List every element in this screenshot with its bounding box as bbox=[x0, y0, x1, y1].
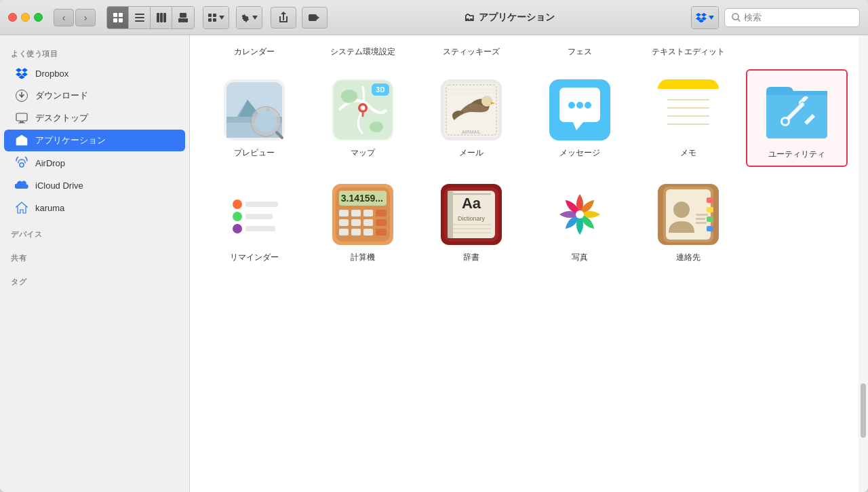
preview-icon bbox=[222, 77, 287, 143]
svg-rect-84 bbox=[339, 229, 349, 235]
svg-rect-4 bbox=[135, 14, 144, 15]
sidebar-item-downloads[interactable]: ダウンロード bbox=[4, 85, 185, 107]
search-icon bbox=[732, 13, 741, 22]
partial-item-calendar[interactable]: カレンダー bbox=[203, 46, 305, 67]
svg-rect-86 bbox=[363, 229, 373, 235]
svg-rect-23 bbox=[20, 121, 24, 123]
svg-rect-6 bbox=[135, 20, 144, 22]
svg-point-34 bbox=[255, 111, 277, 132]
column-view-button[interactable] bbox=[151, 7, 172, 29]
reminders-icon bbox=[222, 182, 287, 247]
traffic-lights bbox=[8, 13, 43, 22]
sidebar-item-desktop[interactable]: デスクトップ bbox=[4, 107, 185, 129]
partial-item-syspreferences[interactable]: システム環境設定 bbox=[312, 46, 414, 67]
svg-text:Dictionary: Dictionary bbox=[458, 215, 486, 222]
svg-rect-13 bbox=[185, 18, 188, 22]
file-item-contacts[interactable]: 連絡先 bbox=[637, 174, 739, 269]
window-title-area: 🗂 アプリケーション bbox=[333, 12, 686, 24]
group-by-button[interactable] bbox=[203, 7, 229, 29]
photos-icon bbox=[547, 182, 612, 247]
calculator-label: 計算機 bbox=[351, 252, 375, 263]
svg-rect-9 bbox=[163, 13, 166, 22]
favorites-header: よく使う項目 bbox=[0, 43, 189, 62]
svg-rect-103 bbox=[707, 197, 713, 203]
back-button[interactable]: ‹ bbox=[54, 9, 74, 26]
tag-button[interactable] bbox=[302, 7, 328, 29]
svg-rect-25 bbox=[20, 141, 24, 145]
icloud-label: iCloud Drive bbox=[35, 181, 83, 191]
svg-point-70 bbox=[233, 224, 242, 233]
utility-folder-icon bbox=[764, 79, 829, 144]
messages-icon bbox=[547, 77, 612, 143]
svg-rect-7 bbox=[157, 13, 159, 22]
svg-rect-3 bbox=[119, 18, 123, 22]
svg-rect-109 bbox=[696, 218, 705, 220]
karuma-label: karuma bbox=[35, 203, 64, 213]
maps-label: マップ bbox=[351, 148, 375, 159]
file-item-dictionary[interactable]: Aa Dictionary 辞書 bbox=[420, 174, 522, 269]
partial-item-fes[interactable]: フェス bbox=[529, 46, 631, 67]
file-item-utility[interactable]: ユーティリティ bbox=[746, 69, 848, 167]
sidebar: よく使う項目 Dropbox ダウンロード bbox=[0, 35, 190, 492]
svg-text:Aa: Aa bbox=[462, 195, 481, 212]
sidebar-item-applications[interactable]: アプリケーション bbox=[4, 130, 185, 151]
airdrop-icon bbox=[15, 156, 28, 170]
svg-rect-10 bbox=[180, 13, 186, 18]
forward-button[interactable]: › bbox=[75, 9, 96, 26]
file-item-photos[interactable]: 写真 bbox=[529, 174, 631, 269]
svg-point-52 bbox=[585, 102, 591, 109]
file-item-calculator[interactable]: 3.14159... bbox=[312, 174, 414, 269]
partial-item-stickies[interactable]: スティッキーズ bbox=[420, 46, 522, 67]
maximize-button[interactable] bbox=[34, 13, 43, 22]
file-item-preview[interactable]: プレビュー bbox=[203, 69, 305, 167]
sidebar-item-karuma[interactable]: karuma bbox=[4, 197, 185, 219]
icon-view-button[interactable] bbox=[107, 7, 129, 29]
photos-label: 写真 bbox=[572, 252, 588, 263]
svg-rect-67 bbox=[245, 202, 278, 207]
settings-button[interactable] bbox=[237, 7, 262, 29]
svg-text:3.14159...: 3.14159... bbox=[341, 193, 383, 204]
svg-rect-80 bbox=[339, 219, 349, 226]
file-item-mail[interactable]: AIRMAIL メール bbox=[420, 69, 522, 167]
partial-item-texteditor[interactable]: テキストエディット bbox=[637, 46, 739, 67]
dictionary-label: 辞書 bbox=[463, 252, 479, 263]
svg-rect-105 bbox=[707, 216, 713, 222]
file-area: カレンダー システム環境設定 スティッキーズ フェス テキストエディット bbox=[190, 35, 868, 492]
dropbox-label: Dropbox bbox=[35, 69, 68, 79]
contacts-icon bbox=[656, 182, 721, 247]
svg-point-68 bbox=[233, 212, 242, 221]
file-item-maps[interactable]: 3D マップ bbox=[312, 69, 414, 167]
list-view-button[interactable] bbox=[129, 7, 151, 29]
search-box[interactable]: 検索 bbox=[724, 8, 860, 27]
sidebar-item-airdrop[interactable]: AirDrop bbox=[4, 152, 185, 174]
dropbox-toolbar-button[interactable] bbox=[692, 7, 718, 29]
scrollbar-track[interactable] bbox=[859, 35, 868, 492]
file-item-messages[interactable]: メッセージ bbox=[529, 69, 631, 167]
file-item-reminders[interactable]: リマインダー bbox=[203, 174, 305, 269]
partial-row: カレンダー システム環境設定 スティッキーズ フェス テキストエディット bbox=[203, 46, 854, 67]
sidebar-item-dropbox[interactable]: Dropbox bbox=[4, 62, 185, 84]
dropbox-icon bbox=[15, 67, 28, 80]
nav-buttons: ‹ › bbox=[54, 9, 96, 26]
minimize-button[interactable] bbox=[21, 13, 30, 22]
svg-rect-11 bbox=[178, 18, 182, 22]
sidebar-item-icloud[interactable]: iCloud Drive bbox=[4, 174, 185, 196]
svg-point-26 bbox=[20, 163, 24, 167]
svg-rect-79 bbox=[376, 210, 387, 216]
scrollbar-thumb[interactable] bbox=[861, 383, 866, 438]
file-item-notes[interactable]: メモ bbox=[637, 69, 739, 167]
desktop-icon bbox=[15, 111, 28, 125]
home-icon bbox=[15, 201, 28, 214]
dropbox-toolbar-group bbox=[691, 6, 719, 29]
svg-rect-14 bbox=[208, 14, 212, 17]
mail-label: メール bbox=[459, 148, 484, 159]
search-placeholder: 検索 bbox=[744, 12, 762, 24]
svg-rect-18 bbox=[309, 14, 317, 21]
main-content: よく使う項目 Dropbox ダウンロード bbox=[0, 35, 868, 492]
svg-rect-5 bbox=[135, 17, 144, 18]
svg-rect-1 bbox=[119, 13, 123, 17]
desktop-label: デスクトップ bbox=[35, 112, 88, 124]
close-button[interactable] bbox=[8, 13, 17, 22]
share-button[interactable] bbox=[271, 7, 296, 29]
cover-flow-button[interactable] bbox=[172, 7, 194, 29]
